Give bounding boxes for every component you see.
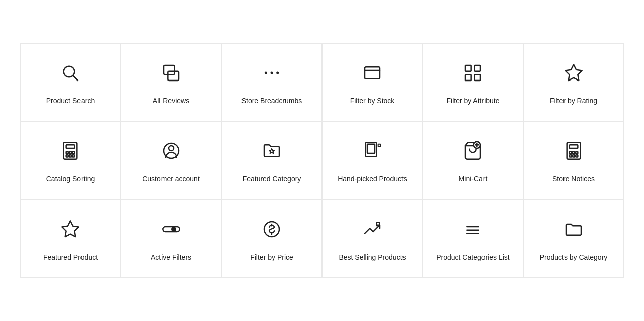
filter-by-rating-item[interactable]: Filter by Rating — [523, 43, 624, 122]
catalog-sorting-item[interactable]: Catalog Sorting — [20, 121, 121, 200]
star-outline-icon — [56, 215, 85, 244]
svg-rect-9 — [465, 65, 471, 71]
all-reviews-label: All Reviews — [153, 96, 189, 106]
svg-rect-17 — [69, 152, 71, 154]
svg-rect-3 — [168, 71, 179, 80]
tablet-icon — [358, 137, 386, 165]
svg-rect-7 — [365, 67, 380, 78]
active-filters-item[interactable]: Active Filters — [121, 200, 221, 278]
best-selling-products-item[interactable]: Best Selling Products — [322, 200, 423, 278]
svg-rect-39 — [576, 155, 578, 157]
featured-product-label: Featured Product — [43, 253, 98, 263]
grid-dots-icon — [459, 59, 487, 87]
svg-line-1 — [73, 75, 78, 80]
svg-point-4 — [265, 71, 267, 74]
svg-rect-38 — [573, 155, 575, 157]
svg-rect-20 — [69, 155, 71, 157]
best-selling-products-label: Best Selling Products — [339, 253, 406, 263]
svg-rect-35 — [573, 152, 575, 154]
svg-rect-19 — [66, 155, 68, 157]
svg-rect-12 — [474, 74, 480, 81]
svg-rect-18 — [72, 152, 74, 154]
catalog-sorting-label: Catalog Sorting — [46, 174, 95, 184]
svg-rect-2 — [164, 65, 175, 74]
cart-icon — [459, 137, 487, 165]
filter-by-price-label: Filter by Price — [250, 253, 293, 263]
search-icon — [56, 59, 85, 87]
featured-category-label: Featured Category — [243, 174, 301, 184]
svg-rect-37 — [570, 155, 572, 157]
customer-account-label: Customer account — [142, 174, 200, 184]
svg-rect-10 — [474, 65, 480, 71]
products-by-category-label: Products by Category — [540, 253, 608, 263]
container-icon — [358, 59, 386, 87]
svg-rect-33 — [570, 145, 578, 149]
svg-rect-16 — [66, 152, 68, 154]
product-search-item[interactable]: Product Search — [20, 43, 121, 122]
svg-rect-44 — [376, 222, 380, 226]
filter-by-stock-item[interactable]: Filter by Stock — [322, 43, 423, 122]
svg-rect-34 — [570, 152, 572, 154]
product-search-label: Product Search — [46, 96, 95, 106]
hand-picked-products-item[interactable]: Hand-picked Products — [322, 121, 423, 200]
mini-cart-item[interactable]: Mini-Cart — [423, 121, 523, 200]
chat-bubble-icon — [157, 59, 185, 87]
dollar-circle-icon — [258, 215, 286, 244]
filter-by-attribute-item[interactable]: Filter by Attribute — [423, 43, 523, 122]
active-filters-label: Active Filters — [151, 253, 191, 263]
filter-by-attribute-label: Filter by Attribute — [446, 96, 499, 106]
svg-point-23 — [169, 146, 174, 151]
filter-by-rating-label: Filter by Rating — [550, 96, 597, 106]
product-categories-list-label: Product Categories List — [436, 253, 510, 263]
svg-rect-11 — [465, 74, 471, 81]
products-by-category-item[interactable]: Products by Category — [523, 200, 624, 278]
svg-point-5 — [271, 71, 273, 74]
svg-rect-27 — [378, 144, 381, 147]
trending-icon — [358, 215, 386, 244]
folder-icon — [559, 215, 588, 244]
user-circle-icon — [157, 137, 185, 165]
calculator-icon — [56, 137, 85, 165]
customer-account-item[interactable]: Customer account — [121, 121, 221, 200]
filter-by-price-item[interactable]: Filter by Price — [221, 200, 322, 278]
hand-picked-products-label: Hand-picked Products — [338, 174, 407, 184]
svg-point-6 — [276, 71, 279, 74]
svg-marker-24 — [269, 149, 274, 153]
svg-rect-26 — [367, 144, 375, 153]
store-notices-item[interactable]: Store Notices — [523, 121, 624, 200]
store-notices-label: Store Notices — [552, 174, 595, 184]
svg-rect-36 — [576, 152, 578, 154]
list-menu-icon — [459, 215, 487, 244]
svg-marker-13 — [565, 64, 582, 81]
filter-by-stock-label: Filter by Stock — [350, 96, 395, 106]
store-breadcrumbs-item[interactable]: Store Breadcrumbs — [221, 43, 322, 122]
featured-product-item[interactable]: Featured Product — [20, 200, 121, 278]
svg-rect-15 — [66, 145, 75, 149]
svg-marker-40 — [62, 221, 78, 237]
folder-star-icon — [258, 137, 286, 165]
mini-cart-label: Mini-Cart — [459, 174, 488, 184]
featured-category-item[interactable]: Featured Category — [221, 121, 322, 200]
widget-grid: Product Search All Reviews Store Breadcr… — [0, 33, 644, 288]
store-breadcrumbs-label: Store Breadcrumbs — [242, 96, 302, 106]
store-notices-calculator-icon — [559, 137, 588, 165]
svg-rect-21 — [72, 155, 74, 157]
svg-point-42 — [171, 227, 176, 232]
product-categories-list-item[interactable]: Product Categories List — [423, 200, 523, 278]
all-reviews-item[interactable]: All Reviews — [121, 43, 221, 122]
dots-icon — [258, 59, 286, 87]
toggle-icon — [157, 215, 185, 244]
star-rating-icon — [559, 59, 588, 87]
